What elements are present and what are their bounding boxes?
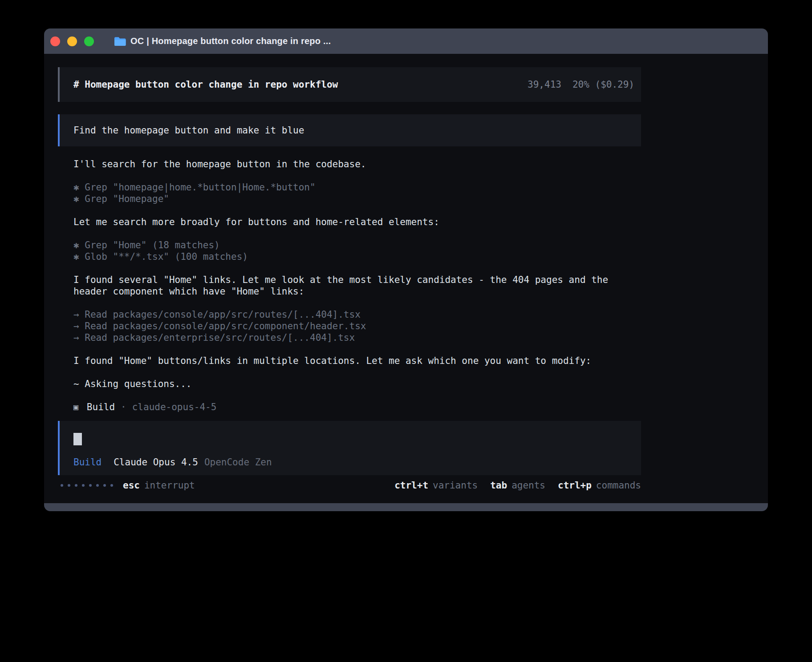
agent-name: Build xyxy=(87,401,115,413)
spinner-dot xyxy=(96,484,99,487)
hint-variants: ctrl+t variants xyxy=(394,480,478,491)
token-count: 39,413 xyxy=(528,79,561,90)
context-cost: 20% ($0.29) xyxy=(572,79,634,90)
status-bar: esc interrupt ctrl+t variants tab agents xyxy=(58,480,641,491)
window-titlebar[interactable]: OC | Homepage button color change in rep… xyxy=(44,28,768,54)
conversation-line-text: ~ Asking questions... xyxy=(73,378,625,390)
terminal-content: # Homepage button color change in repo w… xyxy=(44,54,768,503)
session-stats: 39,413 20% ($0.29) xyxy=(528,79,634,90)
conversation: I'll search for the homepage button in t… xyxy=(58,158,625,390)
traffic-lights xyxy=(50,36,94,46)
hint-label-variants: variants xyxy=(433,480,478,491)
window-bottom-edge xyxy=(44,503,768,511)
agent-separator: · xyxy=(121,401,126,413)
text-cursor xyxy=(73,433,82,445)
minimize-button[interactable] xyxy=(67,36,77,46)
conversation-line-tool: → Read packages/console/app/src/componen… xyxy=(73,320,625,332)
hint-label-commands: commands xyxy=(596,480,641,491)
conversation-line-blank xyxy=(73,205,625,216)
conversation-line-blank xyxy=(73,297,625,309)
keyboard-hints: ctrl+t variants tab agents ctrl+p comman… xyxy=(394,480,641,491)
session-header: # Homepage button color change in repo w… xyxy=(58,67,641,102)
input-meta: Build Claude Opus 4.5 OpenCode Zen xyxy=(73,456,641,468)
spinner-dot xyxy=(82,484,85,487)
hint-label-interrupt: interrupt xyxy=(144,480,195,491)
window-title: OC | Homepage button color change in rep… xyxy=(130,36,331,46)
hint-interrupt: esc interrupt xyxy=(123,480,195,491)
input-provider: OpenCode Zen xyxy=(204,456,272,468)
conversation-line-tool: ✱ Glob "**/*.tsx" (100 matches) xyxy=(73,251,625,262)
spinner-dot xyxy=(61,484,63,487)
terminal-window: OC | Homepage button color change in rep… xyxy=(44,28,768,511)
conversation-line-text: Let me search more broadly for buttons a… xyxy=(73,216,625,228)
session-title: # Homepage button color change in repo w… xyxy=(73,79,338,90)
hint-label-agents: agents xyxy=(512,480,545,491)
conversation-line-tool: ✱ Grep "Homepage" xyxy=(73,193,625,205)
spinner-dot xyxy=(103,484,106,487)
conversation-line-tool: → Read packages/console/app/src/routes/[… xyxy=(73,309,625,320)
agent-icon: ▣ xyxy=(73,401,78,413)
conversation-line-tool: → Read packages/enterprise/src/routes/[.… xyxy=(73,332,625,343)
conversation-line-tool: ✱ Grep "Home" (18 matches) xyxy=(73,239,625,251)
conversation-line-blank xyxy=(73,343,625,355)
hint-commands: ctrl+p commands xyxy=(558,480,641,491)
hint-key-esc: esc xyxy=(123,480,140,491)
folder-icon xyxy=(114,36,126,46)
conversation-line-text: I'll search for the homepage button in t… xyxy=(73,158,625,170)
hint-key-agents: tab xyxy=(490,480,507,491)
prompt-input[interactable]: Build Claude Opus 4.5 OpenCode Zen xyxy=(58,421,641,475)
spinner-dot xyxy=(110,484,113,487)
spinner-dots xyxy=(58,484,113,487)
conversation-line-blank xyxy=(73,367,625,378)
agent-status-line: ▣ Build · claude-opus-4-5 xyxy=(58,401,641,413)
desktop: OC | Homepage button color change in rep… xyxy=(0,0,812,662)
input-model[interactable]: Claude Opus 4.5 xyxy=(114,456,198,468)
user-message-text: Find the homepage button and make it blu… xyxy=(73,125,304,136)
input-mode[interactable]: Build xyxy=(73,456,102,468)
conversation-line-blank xyxy=(73,170,625,182)
spinner-dot xyxy=(89,484,92,487)
close-button[interactable] xyxy=(50,36,60,46)
hint-key-variants: ctrl+t xyxy=(394,480,428,491)
conversation-line-blank xyxy=(73,262,625,274)
spinner-dot xyxy=(68,484,70,487)
conversation-line-tool: ✱ Grep "homepage|home.*button|Home.*butt… xyxy=(73,182,625,193)
zoom-button[interactable] xyxy=(84,36,94,46)
spinner-dot xyxy=(75,484,77,487)
hint-key-commands: ctrl+p xyxy=(558,480,592,491)
agent-model: claude-opus-4-5 xyxy=(132,401,217,413)
conversation-line-text: I found "Home" buttons/links in multiple… xyxy=(73,355,625,367)
user-message: Find the homepage button and make it blu… xyxy=(58,114,641,146)
hint-agents: tab agents xyxy=(490,480,545,491)
conversation-line-text: I found several "Home" links. Let me loo… xyxy=(73,274,625,297)
conversation-line-blank xyxy=(73,228,625,239)
